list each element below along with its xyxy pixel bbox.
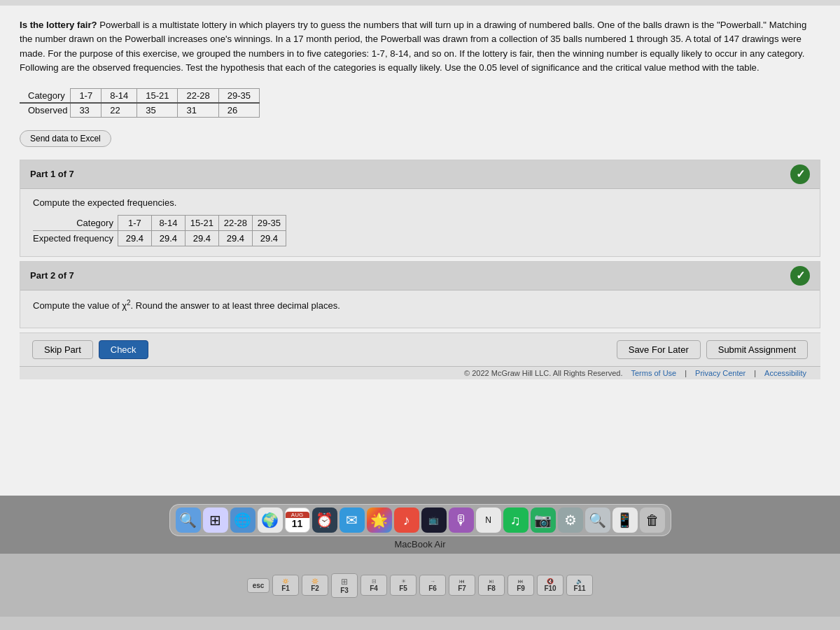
obs-val-5: 26 [218,103,259,118]
exp-val-3 [185,230,218,246]
cat-8-14: 8-14 [102,88,137,103]
exp-cat-5: 29-35 [252,215,286,230]
dock-icon-photos[interactable]: 🌟 [367,507,392,533]
dock-icon-spotify[interactable]: ♫ [503,507,528,533]
exp-val-5 [252,230,286,246]
mac-area: 🔍 ⊞ 🌐 🌍 AUG 11 ⏰ ✉ 🌟 ♪ 📺 🎙 N ♫ 📷 ⚙ 🔍 📱 🗑… [0,496,840,554]
accessibility-link[interactable]: Accessibility [764,369,806,377]
dock-icon-music[interactable]: ♪ [394,507,419,533]
dock-calendar-month: AUG [286,512,309,518]
obs-val-3: 35 [137,103,178,118]
exp-cat-3: 15-21 [185,215,218,230]
exp-freq-input-1[interactable] [119,233,150,244]
dock-icon-mail[interactable]: ✉ [340,507,365,533]
key-f4[interactable]: ⊟ F4 [360,575,387,596]
cat-15-21: 15-21 [137,88,178,103]
part-1-complete-icon: ✓ [790,164,810,184]
browser-bar [0,0,840,6]
key-f2[interactable]: 🔆 F2 [302,575,328,596]
key-f3[interactable]: ⊞ F3 [331,573,358,598]
obs-val-2: 22 [102,103,137,118]
key-f8[interactable]: ⏯ F8 [478,575,505,596]
exp-val-1 [118,230,151,246]
observed-label: Observed [20,103,71,118]
keyboard-area: esc 🔅 F1 🔆 F2 ⊞ F3 ⊟ F4 ☀ F5 → F6 ⏮ F7 ⏯… [0,554,840,617]
exp-freq-input-4[interactable] [220,233,251,244]
key-f1[interactable]: 🔅 F1 [272,575,299,596]
part-2-instruction: Compute the value of χ2. Round the answe… [33,299,807,311]
part-2-body: Compute the value of χ2. Round the answe… [20,290,820,328]
dock: 🔍 ⊞ 🌐 🌍 AUG 11 ⏰ ✉ 🌟 ♪ 📺 🎙 N ♫ 📷 ⚙ 🔍 📱 🗑 [169,504,671,536]
check-button[interactable]: Check [99,340,148,359]
dock-icon-settings[interactable]: ⚙ [558,507,583,533]
dock-icon-search[interactable]: 🔍 [585,507,610,533]
dock-icon-safari[interactable]: 🌐 [230,507,255,533]
problem-bold: Is the lottery fair? [20,20,97,30]
terms-link[interactable]: Terms of Use [631,369,676,377]
key-f10[interactable]: 🔇 F10 [537,575,564,596]
dock-icon-finder[interactable]: 🔍 [176,507,201,533]
copyright-text: © 2022 McGraw Hill LLC. All Rights Reser… [464,369,622,377]
exp-cat-1: 1-7 [118,215,151,230]
dock-icon-camera[interactable]: 📷 [531,507,556,533]
observed-table: Category 1-7 8-14 15-21 22-28 29-35 Obse… [20,88,260,118]
macbook-label: MacBook Air [395,539,446,550]
part-1-body: Compute the expected frequencies. Catego… [20,189,820,256]
key-f9[interactable]: ⏭ F9 [507,575,534,596]
chi-symbol: χ2 [122,300,130,311]
problem-body: Powerball is a multistate lottery in whi… [20,20,806,73]
part-2-complete-icon: ✓ [790,266,810,286]
exp-cat-2: 8-14 [151,215,185,230]
part-2-header: Part 2 of 7 ✓ [20,262,820,290]
save-for-later-button[interactable]: Save For Later [617,340,701,359]
category-label: Category [20,88,71,103]
dock-icon-chrome[interactable]: 🌍 [258,507,283,533]
dock-icon-trash[interactable]: 🗑 [640,507,665,533]
footer-separator-1: | [685,369,687,377]
footer-separator-2: | [754,369,756,377]
obs-val-4: 31 [178,103,218,118]
bottom-actions: Skip Part Check Save For Later Submit As… [20,332,820,366]
exp-freq-input-5[interactable] [253,233,284,244]
cat-29-35: 29-35 [218,88,259,103]
dock-icon-news[interactable]: N [476,507,501,533]
dock-icon-tv[interactable]: 📺 [421,507,447,533]
exp-category-label: Category [33,215,118,230]
privacy-link[interactable]: Privacy Center [695,369,746,377]
main-content: Is the lottery fair? Powerball is a mult… [0,6,840,496]
skip-part-button[interactable]: Skip Part [32,340,93,359]
exp-val-4 [218,230,252,246]
dock-icon-podcasts[interactable]: 🎙 [449,507,474,533]
part-2-section: Part 2 of 7 ✓ Compute the value of χ2. R… [20,261,820,328]
dock-icon-calendar[interactable]: AUG 11 [285,507,310,533]
key-esc[interactable]: esc [247,578,270,593]
exp-cat-4: 22-28 [218,215,252,230]
exp-freq-input-2[interactable] [153,233,183,244]
dock-icon-launchpad[interactable]: ⊞ [203,507,228,533]
key-f11[interactable]: 🔉 F11 [566,575,593,596]
send-excel-button[interactable]: Send data to Excel [20,130,111,147]
dock-icon-phone[interactable]: 📱 [612,507,638,533]
dock-calendar-date: 11 [292,518,303,529]
problem-text: Is the lottery fair? Powerball is a mult… [20,18,820,76]
left-buttons: Skip Part Check [32,340,148,359]
submit-assignment-button[interactable]: Submit Assignment [706,340,808,359]
part-1-section: Part 1 of 7 ✓ Compute the expected frequ… [20,160,820,257]
footer-bar: © 2022 McGraw Hill LLC. All Rights Reser… [20,366,820,379]
key-f6[interactable]: → F6 [419,575,446,596]
cat-1-7: 1-7 [71,88,102,103]
exp-val-2 [151,230,185,246]
obs-val-1: 33 [71,103,102,118]
part-1-header: Part 1 of 7 ✓ [20,160,820,189]
expected-freq-table: Category 1-7 8-14 15-21 22-28 29-35 Expe… [33,215,286,246]
key-f7[interactable]: ⏮ F7 [449,575,475,596]
right-buttons: Save For Later Submit Assignment [617,340,808,359]
cat-22-28: 22-28 [178,88,218,103]
part-1-instruction: Compute the expected frequencies. [33,197,807,208]
part-2-label: Part 2 of 7 [30,270,74,281]
exp-freq-label: Expected frequency [33,230,118,246]
exp-freq-input-3[interactable] [186,233,217,244]
part-1-label: Part 1 of 7 [30,169,74,179]
key-f5[interactable]: ☀ F5 [390,575,416,596]
dock-icon-clock[interactable]: ⏰ [312,507,337,533]
